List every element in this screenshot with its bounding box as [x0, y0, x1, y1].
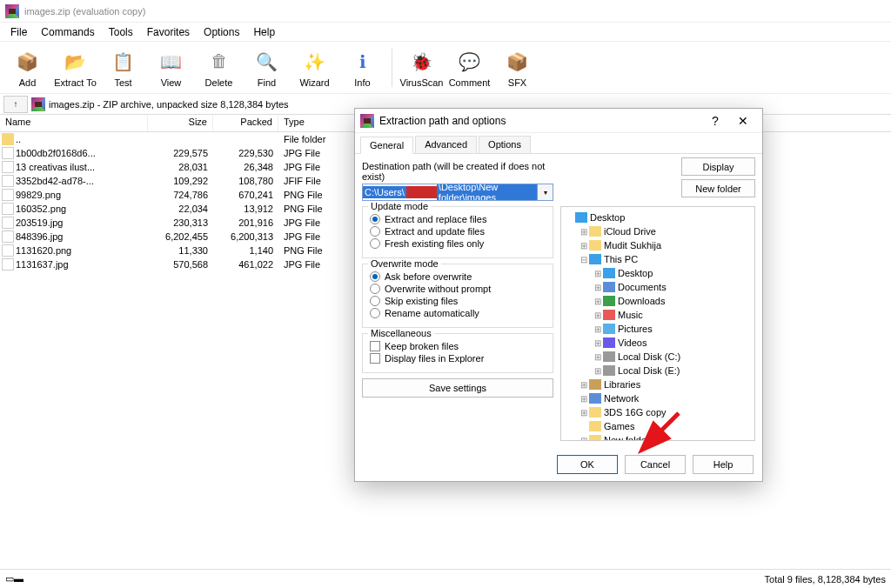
radio-option[interactable]: Rename automatically	[370, 308, 546, 318]
col-name[interactable]: Name	[0, 115, 148, 131]
tree-node[interactable]: ⊞Videos	[565, 336, 751, 350]
menu-file[interactable]: File	[3, 24, 34, 40]
close-icon[interactable]: ✕	[729, 109, 757, 133]
tree-node[interactable]: ⊞Downloads	[565, 294, 751, 308]
checkbox-option[interactable]: Display files in Explorer	[370, 353, 546, 364]
misc-group: Miscellaneous Keep broken filesDisplay f…	[362, 333, 553, 373]
radio-option[interactable]: Skip existing files	[370, 296, 546, 306]
expand-icon[interactable]: ⊞	[579, 241, 589, 251]
expand-icon[interactable]: ⊞	[593, 311, 603, 320]
status-bar: ▭▬ Total 9 files, 8,128,384 bytes	[0, 569, 891, 588]
comment-button[interactable]: 💬Comment	[446, 43, 493, 92]
radio-option[interactable]: Extract and replace files	[370, 214, 546, 224]
expand-icon[interactable]: ⊞	[593, 269, 603, 278]
view-button[interactable]: 📖View	[147, 43, 195, 92]
tree-node[interactable]: ⊞Network	[565, 391, 751, 405]
help-icon[interactable]: ?	[701, 109, 729, 133]
add-button[interactable]: 📦Add	[3, 43, 51, 92]
dialog-title: Extraction path and options	[379, 115, 506, 127]
expand-icon[interactable]: ⊞	[593, 297, 603, 306]
expand-icon[interactable]: ⊞	[593, 283, 603, 292]
expand-icon[interactable]: ⊞	[579, 380, 589, 390]
update-mode-group: Update mode Extract and replace filesExt…	[362, 206, 553, 258]
tab-options[interactable]: Options	[479, 136, 531, 153]
expand-icon[interactable]: ⊞	[579, 394, 589, 404]
tree-node[interactable]: Desktop	[565, 210, 751, 224]
tree-node[interactable]: Games	[565, 419, 751, 433]
new-folder-button[interactable]: New folder	[681, 179, 755, 197]
cancel-button[interactable]: Cancel	[625, 455, 686, 474]
radio-option[interactable]: Extract and update files	[370, 226, 546, 237]
info-button[interactable]: ℹInfo	[338, 43, 386, 92]
expand-icon[interactable]: ⊟	[579, 255, 589, 264]
tree-node[interactable]: ⊞Pictures	[565, 322, 751, 336]
tree-node[interactable]: ⊞Desktop	[565, 266, 751, 280]
tree-node[interactable]: ⊟This PC	[565, 252, 751, 266]
virusscan-button[interactable]: 🐞VirusScan	[398, 43, 446, 92]
sfx-button[interactable]: 📦SFX	[493, 43, 541, 92]
ok-button[interactable]: OK	[557, 455, 618, 474]
radio-option[interactable]: Ask before overwrite	[370, 271, 546, 282]
expand-icon[interactable]: ⊞	[593, 338, 603, 348]
folder-tree[interactable]: Desktop⊞iCloud Drive⊞Mudit Sukhija⊟This …	[560, 206, 755, 441]
expand-icon[interactable]: ⊞	[593, 324, 603, 334]
save-settings-button[interactable]: Save settings	[362, 378, 553, 398]
overwrite-options: Ask before overwriteOverwrite without pr…	[370, 271, 546, 318]
extraction-dialog: Extraction path and options ? ✕ GeneralA…	[354, 108, 763, 482]
menu-commands[interactable]: Commands	[34, 24, 101, 40]
tab-advanced[interactable]: Advanced	[415, 136, 477, 153]
tree-node[interactable]: ⊞Mudit Sukhija	[565, 238, 751, 252]
tree-node[interactable]: ⊞Documents	[565, 280, 751, 294]
drive-icon: ▭▬	[5, 573, 23, 585]
chevron-down-icon[interactable]: ▾	[538, 184, 553, 201]
dialog-tabs: GeneralAdvancedOptions	[355, 133, 762, 154]
menu-bar: FileCommandsToolsFavoritesOptionsHelp	[0, 23, 891, 42]
tab-general[interactable]: General	[360, 137, 413, 154]
window-titlebar: images.zip (evaluation copy)	[0, 0, 891, 23]
app-icon	[5, 4, 19, 18]
overwrite-mode-group: Overwrite mode Ask before overwriteOverw…	[362, 264, 553, 328]
expand-icon[interactable]: ⊞	[579, 227, 589, 237]
status-text: Total 9 files, 8,128,384 bytes	[765, 574, 886, 585]
radio-option[interactable]: Fresh existing files only	[370, 238, 546, 249]
tree-node[interactable]: ⊞Libraries	[565, 378, 751, 391]
col-size[interactable]: Size	[148, 115, 213, 131]
delete-button[interactable]: 🗑Delete	[195, 43, 243, 92]
tree-node[interactable]: ⊞New folder	[565, 433, 751, 441]
destination-path-input[interactable]: C:\Users\ xx \Desktop\New folder\images …	[362, 184, 553, 201]
checkbox-option[interactable]: Keep broken files	[370, 341, 546, 351]
col-type[interactable]: Type	[278, 115, 365, 131]
tree-node[interactable]: ⊞Local Disk (C:)	[565, 350, 751, 364]
up-button[interactable]: ↑	[3, 96, 28, 113]
expand-icon[interactable]: ⊞	[579, 436, 589, 442]
dialog-icon	[360, 114, 374, 128]
col-packed[interactable]: Packed	[213, 115, 278, 131]
extract-to-button[interactable]: 📂Extract To	[51, 43, 99, 92]
menu-help[interactable]: Help	[246, 24, 282, 40]
dialog-titlebar: Extraction path and options ? ✕	[355, 109, 762, 133]
menu-options[interactable]: Options	[197, 24, 246, 40]
address-text[interactable]: images.zip - ZIP archive, unpacked size …	[49, 99, 289, 110]
expand-icon[interactable]: ⊞	[593, 352, 603, 362]
find-button[interactable]: 🔍Find	[243, 43, 291, 92]
test-button[interactable]: 📋Test	[99, 43, 147, 92]
display-button[interactable]: Display	[681, 157, 755, 176]
window-title: images.zip (evaluation copy)	[24, 6, 145, 17]
update-options: Extract and replace filesExtract and upd…	[370, 214, 546, 249]
menu-tools[interactable]: Tools	[102, 24, 140, 40]
tree-node[interactable]: ⊞iCloud Drive	[565, 224, 751, 238]
wizard-button[interactable]: ✨Wizard	[291, 43, 338, 92]
expand-icon[interactable]: ⊞	[593, 366, 603, 376]
help-button[interactable]: Help	[693, 455, 754, 474]
menu-favorites[interactable]: Favorites	[140, 24, 197, 40]
tree-node[interactable]: ⊞Music	[565, 308, 751, 322]
radio-option[interactable]: Overwrite without prompt	[370, 284, 546, 294]
destination-label: Destination path (will be created if doe…	[362, 161, 553, 182]
toolbar: 📦Add📂Extract To📋Test📖View🗑Delete🔍Find✨Wi…	[0, 42, 891, 94]
tree-node[interactable]: ⊞Local Disk (E:)	[565, 364, 751, 378]
misc-options: Keep broken filesDisplay files in Explor…	[370, 341, 546, 364]
tree-node[interactable]: ⊞3DS 16G copy	[565, 405, 751, 419]
archive-icon	[31, 97, 45, 111]
expand-icon[interactable]: ⊞	[579, 408, 589, 418]
